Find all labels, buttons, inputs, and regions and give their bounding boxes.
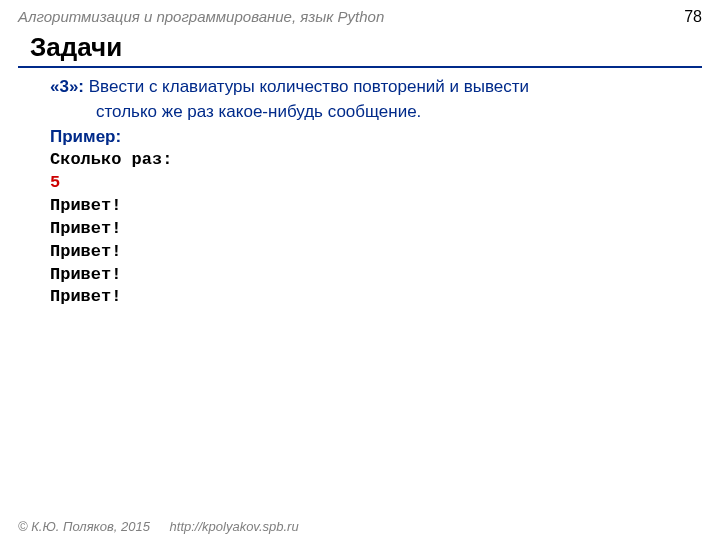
- example-output-1: Привет!: [50, 195, 702, 218]
- example-output-5: Привет!: [50, 286, 702, 309]
- section-title: Задачи: [0, 28, 720, 66]
- page-number: 78: [684, 8, 702, 26]
- example-output-3: Привет!: [50, 241, 702, 264]
- example-output-4: Привет!: [50, 264, 702, 287]
- course-title: Алгоритмизация и программирование, язык …: [18, 8, 384, 25]
- example-prompt: Сколько раз:: [50, 149, 702, 172]
- task-marker: «3»:: [50, 77, 84, 96]
- header: Алгоритмизация и программирование, язык …: [0, 0, 720, 28]
- copyright: © К.Ю. Поляков, 2015: [18, 519, 150, 534]
- task-description-line1: «3»: Ввести с клавиатуры количество повт…: [50, 76, 702, 99]
- example-output-2: Привет!: [50, 218, 702, 241]
- footer-url: http://kpolyakov.spb.ru: [170, 519, 299, 534]
- task-text-1: Ввести с клавиатуры количество повторени…: [84, 77, 529, 96]
- example-label: Пример:: [50, 126, 702, 149]
- footer: © К.Ю. Поляков, 2015 http://kpolyakov.sp…: [18, 519, 299, 534]
- example-input: 5: [50, 172, 702, 195]
- task-description-line2: столько же раз какое-нибудь сообщение.: [50, 101, 702, 124]
- content: «3»: Ввести с клавиатуры количество повт…: [0, 68, 720, 309]
